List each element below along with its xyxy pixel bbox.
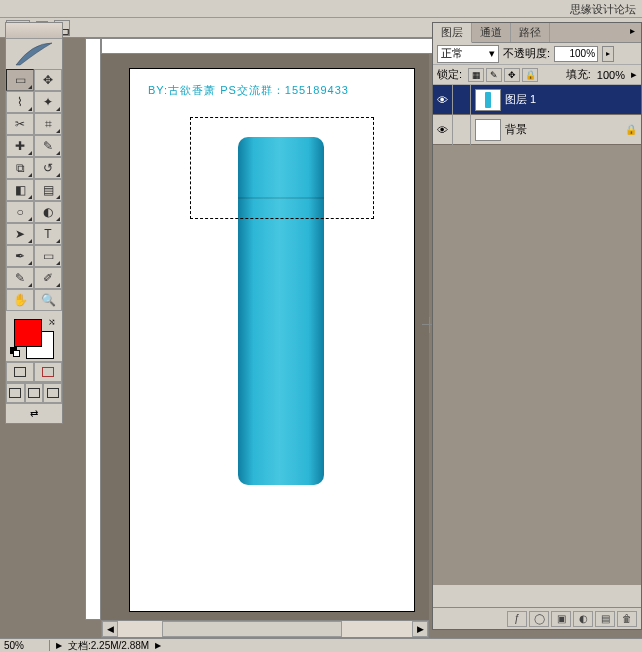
layer-row[interactable]: 👁 图层 1 [433,85,641,115]
zoom-level[interactable]: 50% [0,640,50,651]
screen-mode-standard[interactable] [6,383,25,403]
layers-panel: 图层 通道 路径 ▸ 正常▾ 不透明度: 100% ▸ 锁定: ▦ ✎ ✥ 🔒 … [432,22,642,630]
scroll-left-icon[interactable]: ◀ [102,621,118,637]
fill-flyout-icon[interactable]: ▸ [631,68,637,81]
marquee-tool[interactable]: ▭ [6,69,34,91]
document-canvas[interactable]: BY:古欲香萧 PS交流群：155189433 [129,68,415,612]
tab-layers[interactable]: 图层 [433,23,472,43]
panel-tabs: 图层 通道 路径 ▸ [433,23,641,43]
tab-paths[interactable]: 路径 [511,23,550,42]
lock-label: 锁定: [437,67,462,82]
fill-label: 填充: [566,67,591,82]
doc-info-label: 文档: [68,639,91,653]
slice-tool[interactable]: ⌗ [34,113,62,135]
tab-channels[interactable]: 通道 [472,23,511,42]
status-bar: 50% ▶ 文档: 2.25M/2.88M ▶ [0,638,642,652]
pen-tool[interactable]: ✒ [6,245,34,267]
blur-tool[interactable]: ○ [6,201,34,223]
move-tool[interactable]: ✥ [34,69,62,91]
status-menu-icon[interactable]: ▶ [155,641,161,650]
type-tool[interactable]: T [34,223,62,245]
link-column[interactable] [453,115,471,145]
layer-name[interactable]: 图层 1 [505,92,625,107]
blend-mode-select[interactable]: 正常▾ [437,45,499,63]
menu-item[interactable] [0,0,16,17]
delete-layer-icon[interactable]: 🗑 [617,611,637,627]
brush-tool[interactable]: ✎ [34,135,62,157]
visibility-icon[interactable]: 👁 [433,85,453,115]
stamp-tool[interactable]: ⧉ [6,157,34,179]
lock-all-icon[interactable]: 🔒 [522,68,538,82]
visibility-icon[interactable]: 👁 [433,115,453,145]
opacity-label: 不透明度: [503,46,550,61]
status-arrow-icon[interactable]: ▶ [56,641,62,650]
layer-thumbnail[interactable] [475,89,501,111]
lasso-tool[interactable]: ⌇ [6,91,34,113]
lock-badge-icon: 🔒 [625,124,641,135]
eyedropper-tool[interactable]: ✐ [34,267,62,289]
lock-transparency-icon[interactable]: ▦ [468,68,484,82]
layer-thumbnail[interactable] [475,119,501,141]
hand-tool[interactable]: ✋ [6,289,34,311]
horizontal-scrollbar[interactable]: ◀ ▶ [101,620,429,638]
panel-menu-icon[interactable]: ▸ [624,23,641,42]
adjustment-layer-icon[interactable]: ◐ [573,611,593,627]
toolbox: ▭✥⌇✦✂⌗✚✎⧉↺◧▤○◐➤T✒▭✎✐✋🔍 ⤭ ⇄ [5,22,63,424]
vertical-ruler [85,38,101,620]
watermark: 思缘设计论坛 [570,2,636,17]
default-colors-icon[interactable] [10,347,22,359]
foreground-color-swatch[interactable] [14,319,42,347]
toolbox-header[interactable] [6,23,62,39]
zoom-tool[interactable]: 🔍 [34,289,62,311]
layer-style-icon[interactable]: ƒ [507,611,527,627]
gradient-tool[interactable]: ▤ [34,179,62,201]
screen-mode-full-menu[interactable] [25,383,44,403]
panel-footer: ƒ ◯ ▣ ◐ ▤ 🗑 [433,607,641,629]
opacity-flyout-icon[interactable]: ▸ [602,46,614,62]
history-brush-tool[interactable]: ↺ [34,157,62,179]
jump-to-button[interactable]: ⇄ [6,403,62,423]
scroll-thumb[interactable] [162,621,342,637]
credit-text: BY:古欲香萧 PS交流群：155189433 [148,83,349,98]
eraser-tool[interactable]: ◧ [6,179,34,201]
notes-tool[interactable]: ✎ [6,267,34,289]
new-set-icon[interactable]: ▣ [551,611,571,627]
shape-tool[interactable]: ▭ [34,245,62,267]
new-layer-icon[interactable]: ▤ [595,611,615,627]
layer-list: 👁 图层 1 👁 背景 🔒 [433,85,641,585]
swap-colors-icon[interactable]: ⤭ [48,317,56,327]
path-select-tool[interactable]: ➤ [6,223,34,245]
crop-tool[interactable]: ✂ [6,113,34,135]
menubar[interactable] [0,0,642,18]
wand-tool[interactable]: ✦ [34,91,62,113]
layer-row[interactable]: 👁 背景 🔒 [433,115,641,145]
color-well: ⤭ [6,315,62,361]
lock-paint-icon[interactable]: ✎ [486,68,502,82]
link-column[interactable] [453,85,471,115]
app-logo-icon [6,39,62,69]
canvas-area: BY:古欲香萧 PS交流群：155189433 [101,54,429,620]
lock-position-icon[interactable]: ✥ [504,68,520,82]
layer-mask-icon[interactable]: ◯ [529,611,549,627]
fill-value[interactable]: 100% [597,69,625,81]
marquee-selection[interactable] [190,117,374,219]
dodge-tool[interactable]: ◐ [34,201,62,223]
heal-tool[interactable]: ✚ [6,135,34,157]
edit-mode-standard[interactable] [6,362,34,382]
edit-mode-quickmask[interactable] [34,362,62,382]
scroll-right-icon[interactable]: ▶ [412,621,428,637]
layer-name[interactable]: 背景 [505,122,625,137]
opacity-value[interactable]: 100% [554,46,598,62]
screen-mode-full[interactable] [43,383,62,403]
scroll-track[interactable] [118,621,412,637]
doc-info-value: 2.25M/2.88M [91,640,149,651]
